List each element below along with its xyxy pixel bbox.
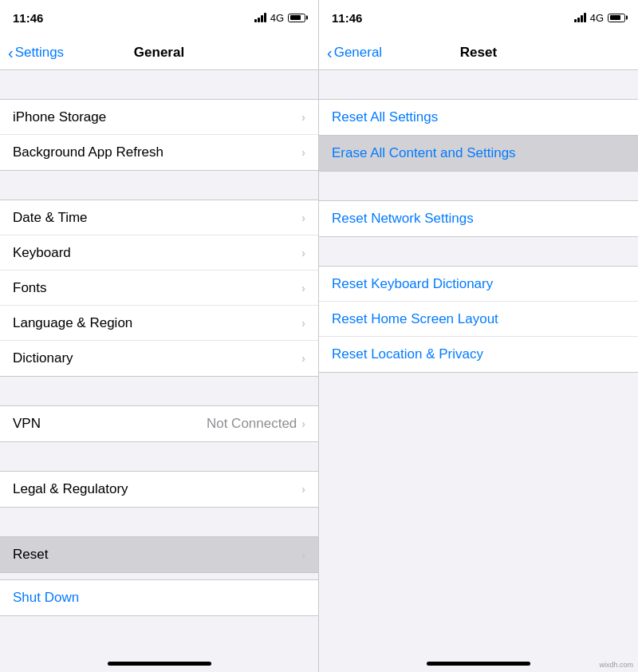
right-panel: 11:46 4G ‹ General: [319, 0, 638, 672]
left-status-bar: 11:46 4G: [0, 0, 318, 35]
right-row-reset-location[interactable]: Reset Location & Privacy: [319, 337, 638, 372]
left-label-shutdown: Shut Down: [13, 590, 79, 606]
right-time: 11:46: [332, 11, 362, 25]
right-row-reset-all-settings[interactable]: Reset All Settings: [319, 100, 638, 135]
left-row-iphone-storage[interactable]: iPhone Storage ›: [0, 100, 318, 135]
right-label-reset-network: Reset Network Settings: [332, 211, 474, 227]
left-time: 11:46: [13, 11, 43, 25]
right-status-bar: 11:46 4G: [319, 0, 638, 35]
left-section-shutdown: Shut Down: [0, 579, 318, 616]
left-label-fonts: Fonts: [13, 280, 301, 296]
left-chevron-vpn: ›: [301, 417, 305, 430]
right-home-indicator: [319, 645, 638, 672]
left-nav-bar: ‹ Settings General: [0, 35, 318, 70]
watermark: wixdh.com: [599, 661, 633, 669]
left-label-language-region: Language & Region: [13, 315, 301, 331]
left-label-background-refresh: Background App Refresh: [13, 144, 301, 160]
right-label-erase-all: Erase All Content and Settings: [332, 145, 516, 161]
left-signal-icon: [254, 13, 266, 22]
left-network-type: 4G: [270, 12, 284, 24]
right-section-reset-network: Reset Network Settings: [319, 200, 638, 237]
left-settings-content: iPhone Storage › Background App Refresh …: [0, 70, 318, 645]
left-section-datetime: Date & Time › Keyboard › Fonts › Languag…: [0, 200, 318, 377]
left-chevron-legal: ›: [301, 483, 305, 496]
left-row-keyboard[interactable]: Keyboard ›: [0, 235, 318, 271]
right-status-icons: 4G: [574, 12, 625, 24]
left-section-vpn: VPN Not Connected ›: [0, 405, 318, 442]
left-row-legal[interactable]: Legal & Regulatory ›: [0, 472, 318, 507]
left-panel: 11:46 4G ‹ Settings: [0, 0, 319, 672]
right-section-reset-misc: Reset Keyboard Dictionary Reset Home Scr…: [319, 266, 638, 373]
right-network-type: 4G: [590, 12, 604, 24]
left-label-date-time: Date & Time: [13, 210, 301, 226]
left-chevron-reset: ›: [301, 548, 305, 561]
right-section-erase: Erase All Content and Settings: [319, 136, 638, 172]
right-row-reset-home-screen[interactable]: Reset Home Screen Layout: [319, 302, 638, 337]
right-settings-content: Reset All Settings Erase All Content and…: [319, 70, 638, 645]
right-label-reset-location: Reset Location & Privacy: [332, 346, 483, 362]
left-value-vpn: Not Connected: [207, 416, 297, 432]
left-label-reset: Reset: [13, 547, 301, 563]
right-nav-bar: ‹ General Reset: [319, 35, 638, 70]
left-chevron-fonts: ›: [301, 282, 305, 294]
left-home-indicator: [0, 645, 318, 672]
right-row-erase-all[interactable]: Erase All Content and Settings: [319, 136, 638, 171]
right-label-reset-home-screen: Reset Home Screen Layout: [332, 311, 498, 327]
left-label-dictionary: Dictionary: [13, 350, 301, 366]
left-chevron-language-region: ›: [301, 317, 305, 330]
right-row-reset-keyboard[interactable]: Reset Keyboard Dictionary: [319, 267, 638, 302]
left-nav-title: General: [134, 45, 184, 61]
left-section-storage: iPhone Storage › Background App Refresh …: [0, 99, 318, 171]
left-row-date-time[interactable]: Date & Time ›: [0, 200, 318, 235]
right-back-button[interactable]: ‹ General: [327, 45, 382, 61]
left-row-shutdown[interactable]: Shut Down: [0, 580, 318, 615]
right-nav-title: Reset: [460, 45, 497, 61]
left-chevron-background-refresh: ›: [301, 146, 305, 159]
left-chevron-keyboard: ›: [301, 247, 305, 259]
right-back-chevron-icon: ‹: [327, 45, 333, 61]
right-back-label: General: [334, 45, 382, 61]
left-label-vpn: VPN: [13, 416, 207, 432]
right-signal-icon: [574, 13, 586, 22]
right-battery-icon: [608, 14, 625, 22]
left-row-reset[interactable]: Reset ›: [0, 537, 318, 572]
left-back-label: Settings: [15, 45, 64, 61]
left-row-fonts[interactable]: Fonts ›: [0, 271, 318, 306]
right-section-reset-all: Reset All Settings: [319, 99, 638, 136]
right-home-bar: [427, 662, 530, 666]
right-label-reset-keyboard: Reset Keyboard Dictionary: [332, 276, 493, 292]
left-label-keyboard: Keyboard: [13, 245, 301, 261]
left-status-icons: 4G: [254, 12, 305, 24]
left-back-button[interactable]: ‹ Settings: [8, 45, 64, 61]
left-label-legal: Legal & Regulatory: [13, 481, 301, 497]
right-row-reset-network[interactable]: Reset Network Settings: [319, 201, 638, 236]
left-home-bar: [108, 662, 211, 666]
left-row-vpn[interactable]: VPN Not Connected ›: [0, 406, 318, 441]
left-row-dictionary[interactable]: Dictionary ›: [0, 341, 318, 376]
left-row-language-region[interactable]: Language & Region ›: [0, 306, 318, 341]
left-section-legal: Legal & Regulatory ›: [0, 471, 318, 508]
left-chevron-iphone-storage: ›: [301, 111, 305, 124]
left-section-reset: Reset ›: [0, 536, 318, 573]
left-label-iphone-storage: iPhone Storage: [13, 109, 301, 125]
left-row-background-refresh[interactable]: Background App Refresh ›: [0, 135, 318, 170]
left-battery-icon: [288, 14, 305, 22]
left-chevron-date-time: ›: [301, 211, 305, 224]
right-label-reset-all-settings: Reset All Settings: [332, 109, 438, 125]
left-chevron-dictionary: ›: [301, 352, 305, 365]
left-back-chevron-icon: ‹: [8, 45, 14, 61]
